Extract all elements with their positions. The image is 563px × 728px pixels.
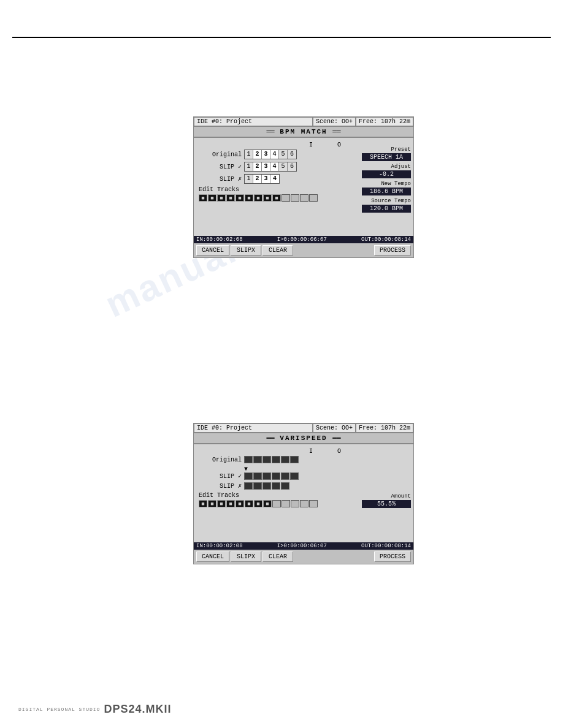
slip-check-6: 6 bbox=[288, 162, 296, 171]
track-5: ■ bbox=[236, 194, 244, 202]
var-status-bar: IDE #0: Project Scene: OO+ Free: 107h 22… bbox=[194, 423, 413, 433]
var-slip-check-label: SLIP ✓ bbox=[199, 472, 242, 480]
var-sx-3 bbox=[262, 482, 271, 490]
var-sx-1 bbox=[244, 482, 253, 490]
bpm-body: I O Original 1 2 3 4 5 6 SLIP ✓ 1 2 3 4 … bbox=[194, 138, 413, 236]
bpm-match-panel: IDE #0: Project Scene: OO+ Free: 107h 22… bbox=[193, 116, 414, 258]
var-slipx-button[interactable]: SLIPX bbox=[231, 552, 261, 562]
bpm-new-tempo-value: 186.6 BPM bbox=[362, 188, 411, 195]
track-13 bbox=[309, 194, 318, 202]
var-track-11 bbox=[291, 500, 299, 507]
var-sx-4 bbox=[272, 482, 280, 490]
track-7: ■ bbox=[254, 194, 262, 202]
var-orig-4 bbox=[272, 456, 280, 463]
var-slip-x-blocks bbox=[244, 482, 289, 490]
var-track-3: ■ bbox=[217, 500, 226, 507]
var-timecode-in: IN:00:00:02:08 bbox=[195, 543, 244, 549]
logo-main: DPS24.MKII bbox=[104, 703, 171, 716]
var-track-5: ■ bbox=[236, 500, 244, 507]
var-sc-4 bbox=[272, 472, 280, 480]
slip-x-3: 3 bbox=[262, 175, 270, 183]
slip-check-3: 3 bbox=[262, 162, 270, 171]
track-11 bbox=[291, 194, 299, 202]
var-orig-5 bbox=[281, 456, 289, 463]
track-1: ■ bbox=[199, 194, 207, 202]
bpm-right-params: Preset SPEECH 1A Adjust -0.2 New Tempo 1… bbox=[362, 146, 411, 213]
track-12 bbox=[300, 194, 308, 202]
bpm-status-bar: IDE #0: Project Scene: OO+ Free: 107h 22… bbox=[194, 117, 413, 127]
slip-check-1: 1 bbox=[245, 162, 253, 171]
var-slip-x-label: SLIP ✗ bbox=[199, 482, 242, 490]
var-track-1: ■ bbox=[199, 500, 207, 507]
bpm-button-row: CANCEL SLIPX CLEAR PROCESS bbox=[194, 243, 413, 257]
track-8: ■ bbox=[263, 194, 272, 202]
var-clear-button[interactable]: CLEAR bbox=[262, 552, 293, 562]
var-timecode-out: OUT:00:00:08:14 bbox=[360, 543, 412, 549]
var-sc-3 bbox=[262, 472, 271, 480]
var-scene-label: Scene: OO+ bbox=[313, 423, 356, 433]
var-track-10 bbox=[282, 500, 290, 507]
var-sc-1 bbox=[244, 472, 253, 480]
var-original-label: Original bbox=[199, 457, 242, 463]
beat-6: 6 bbox=[288, 150, 296, 159]
bpm-source-tempo-label: Source Tempo bbox=[362, 198, 411, 204]
bpm-free-label: Free: 107h 22m bbox=[356, 117, 413, 126]
var-track-6: ■ bbox=[245, 500, 253, 507]
var-cancel-button[interactable]: CANCEL bbox=[196, 552, 229, 562]
var-ide-label: IDE #0: Project bbox=[194, 423, 313, 433]
track-2: ■ bbox=[208, 194, 216, 202]
var-orig-3 bbox=[262, 456, 271, 463]
var-free-label: Free: 107h 22m bbox=[356, 423, 413, 433]
bpm-o-label: O bbox=[337, 142, 341, 148]
var-title: VARISPEED bbox=[194, 433, 413, 444]
var-orig-6 bbox=[290, 456, 299, 463]
bpm-new-tempo-label: New Tempo bbox=[362, 181, 411, 187]
var-button-row: CANCEL SLIPX CLEAR PROCESS bbox=[194, 550, 413, 564]
bpm-timecode-bar: IN:00:00:02:08 I>0:00:00:06:07 OUT:00:00… bbox=[194, 236, 413, 243]
var-track-13 bbox=[309, 500, 318, 507]
var-amount-label: Amount bbox=[362, 493, 411, 499]
bpm-slipx-button[interactable]: SLIPX bbox=[231, 245, 261, 256]
bpm-slip-check-label: SLIP ✓ bbox=[199, 163, 242, 170]
bpm-original-label: Original bbox=[199, 151, 242, 158]
track-6: ■ bbox=[245, 194, 253, 202]
var-amount-value: 55.5% bbox=[362, 500, 411, 508]
bpm-source-tempo-value: 120.0 BPM bbox=[362, 205, 411, 213]
var-right-params: Amount 55.5% bbox=[362, 493, 411, 508]
beat-1: 1 bbox=[245, 150, 253, 159]
varispeed-panel: IDE #0: Project Scene: OO+ Free: 107h 22… bbox=[193, 423, 414, 564]
bpm-timecode-mid: I>0:00:00:06:07 bbox=[276, 237, 328, 243]
bpm-cancel-button[interactable]: CANCEL bbox=[196, 245, 229, 256]
bpm-adjust-value: -0.2 bbox=[362, 170, 411, 178]
var-slip-check-row: SLIP ✓ bbox=[199, 472, 408, 480]
var-sc-2 bbox=[253, 472, 262, 480]
bpm-clear-button[interactable]: CLEAR bbox=[262, 245, 293, 256]
bpm-title: BPM MATCH bbox=[194, 127, 413, 138]
bpm-original-beats: 1 2 3 4 5 6 bbox=[244, 150, 297, 159]
slip-check-2: 2 bbox=[253, 162, 262, 171]
bpm-process-button[interactable]: PROCESS bbox=[374, 245, 411, 256]
track-3: ■ bbox=[217, 194, 226, 202]
bpm-i-label: I bbox=[309, 142, 313, 148]
slip-check-5: 5 bbox=[279, 162, 288, 171]
var-timecode-bar: IN:00:00:02:08 I>0:00:00:06:07 OUT:00:00… bbox=[194, 542, 413, 550]
bpm-ide-label: IDE #0: Project bbox=[194, 117, 313, 126]
var-track-12 bbox=[300, 500, 308, 507]
bpm-timecode-in: IN:00:00:02:08 bbox=[195, 237, 244, 243]
var-track-9 bbox=[272, 500, 281, 507]
var-body: I O Original ▼ SLIP ✓ bbox=[194, 444, 413, 542]
bpm-preset-label: Preset bbox=[362, 146, 411, 153]
logo-subtitle: DIGITAL PERSONAL STUDIO bbox=[18, 707, 100, 712]
slip-x-1: 1 bbox=[245, 175, 253, 183]
var-sx-5 bbox=[281, 482, 289, 490]
bottom-logo: DIGITAL PERSONAL STUDIO DPS24.MKII bbox=[18, 703, 171, 716]
var-orig-1 bbox=[244, 456, 253, 463]
track-9: ■ bbox=[272, 194, 281, 202]
var-original-blocks bbox=[244, 456, 299, 463]
var-sc-6 bbox=[290, 472, 299, 480]
slip-x-4: 4 bbox=[270, 175, 279, 183]
beat-5: 5 bbox=[279, 150, 288, 159]
var-process-button[interactable]: PROCESS bbox=[374, 552, 411, 562]
var-i-label: I bbox=[309, 448, 313, 455]
track-4: ■ bbox=[226, 194, 235, 202]
